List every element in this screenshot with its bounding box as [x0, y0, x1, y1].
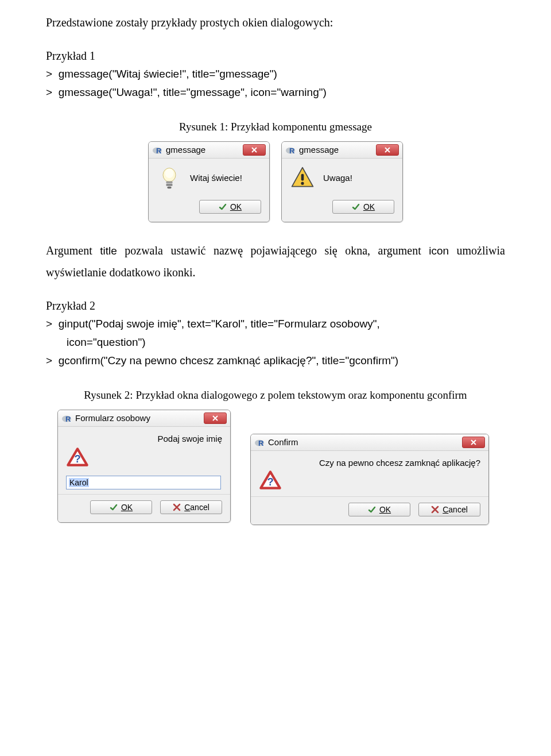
figure2: R Formularz osobowy Podaj swoje imię ? — [57, 410, 505, 525]
dialog-message: Witaj świecie! — [190, 173, 242, 183]
r-app-icon: R — [61, 413, 72, 423]
ok-check-icon — [352, 203, 360, 211]
lightbulb-icon — [157, 165, 182, 191]
svg-text:?: ? — [74, 452, 80, 464]
ok-button[interactable]: OK — [332, 200, 394, 214]
dialog-button-row: OK — [149, 194, 269, 222]
svg-text:R: R — [258, 439, 264, 448]
ok-button[interactable]: OK — [199, 200, 261, 214]
ok-check-icon — [110, 503, 118, 511]
ok-label: OK — [379, 505, 391, 514]
titlebar: R gmessage — [149, 142, 269, 159]
dialog-gmessage-warning: R gmessage Uwaga! — [281, 141, 403, 222]
code2-line1: > ginput("Podaj swoje imię", text="Karol… — [46, 315, 505, 333]
svg-text:R: R — [65, 415, 71, 423]
ok-label: OK — [230, 202, 242, 211]
cancel-button[interactable]: Cancel — [418, 503, 480, 516]
dialog-title: gmessage — [166, 145, 239, 155]
paragraph-title-icon: Argument title pozwala ustawić nazwę poj… — [46, 240, 505, 283]
dialog-body: Podaj swoje imię — [58, 427, 230, 447]
question-icon: ? — [66, 447, 89, 470]
dialog-gmessage-info: R gmessage Witaj świecie! — [148, 141, 270, 222]
intro-paragraph: Przedstawione zostały przykłady prostych… — [46, 11, 505, 33]
dialog-button-row: OK Cancel — [251, 497, 488, 524]
dialog-button-row: OK — [282, 194, 402, 222]
question-icon: ? — [259, 470, 282, 493]
close-button[interactable] — [462, 437, 485, 448]
svg-rect-6 — [167, 186, 171, 188]
svg-rect-5 — [166, 184, 173, 186]
svg-point-10 — [301, 182, 304, 184]
dialog-input-row: Karol — [58, 473, 230, 494]
example1-label: Przykład 1 — [46, 49, 505, 63]
dialog-message: Podaj swoje imię — [66, 434, 222, 443]
name-input[interactable]: Karol — [66, 476, 221, 489]
dialog-icon-row: ? — [58, 447, 230, 473]
code2-line3: > gconfirm("Czy na pewno chcesz zamknąć … — [46, 352, 505, 370]
close-button[interactable] — [243, 144, 266, 156]
ok-check-icon — [219, 203, 227, 211]
code1-line2: > gmessage("Uwaga!", title="gmessage", i… — [46, 83, 505, 102]
warning-icon — [290, 165, 315, 191]
txt: pozwala ustawić nazwę pojawiającego się … — [117, 244, 429, 257]
close-button[interactable] — [376, 144, 399, 156]
dialog-gconfirm: R Confirm Czy na pewno chcesz zamknąć ap… — [250, 434, 489, 525]
svg-text:R: R — [156, 146, 162, 155]
svg-text:R: R — [289, 146, 295, 155]
ok-check-icon — [368, 506, 376, 514]
txt: Argument — [46, 244, 100, 257]
input-value: Karol — [69, 478, 89, 487]
titlebar: R Confirm — [251, 434, 488, 451]
titlebar: R gmessage — [282, 142, 402, 159]
dialog-ginput: R Formularz osobowy Podaj swoje imię ? — [57, 410, 231, 523]
r-app-icon: R — [285, 145, 296, 155]
ok-label: OK — [121, 503, 133, 512]
dialog-message: Czy na pewno chcesz zamknąć aplikację? — [259, 458, 480, 468]
dialog-body: Uwaga! — [282, 159, 402, 194]
dialog-title: Formularz osobowy — [75, 413, 200, 423]
figure1-caption: Rysunek 1: Przykład komponentu gmessage — [46, 121, 505, 133]
svg-point-3 — [165, 168, 174, 178]
svg-rect-4 — [166, 181, 173, 183]
cancel-x-icon — [431, 506, 439, 514]
svg-text:?: ? — [267, 475, 273, 487]
figure2-caption: Rysunek 2: Przykład okna dialogowego z p… — [57, 389, 494, 402]
dialog-icon-row: ? — [251, 468, 488, 496]
dialog-title: gmessage — [299, 145, 372, 155]
titlebar: R Formularz osobowy — [58, 410, 230, 427]
cancel-button[interactable]: Cancel — [160, 500, 222, 514]
ok-button[interactable]: OK — [90, 500, 152, 514]
code-icon: icon — [429, 245, 449, 257]
dialog-body: Czy na pewno chcesz zamknąć aplikację? — [251, 451, 488, 468]
code2-line2: icon="question") — [46, 333, 505, 352]
close-button[interactable] — [204, 412, 227, 424]
figure1: R gmessage Witaj świecie! — [46, 141, 505, 222]
ok-button[interactable]: OK — [348, 503, 410, 516]
cancel-x-icon — [173, 503, 181, 511]
ok-label: OK — [363, 202, 375, 211]
cancel-label: Cancel — [443, 505, 468, 514]
dialog-title: Confirm — [268, 437, 459, 447]
code-title: title — [100, 245, 117, 257]
r-app-icon: R — [152, 145, 162, 155]
dialog-message: Uwaga! — [323, 173, 352, 183]
svg-rect-9 — [301, 173, 304, 180]
dialog-button-row: OK Cancel — [58, 495, 230, 522]
r-app-icon: R — [254, 437, 265, 448]
example2-label: Przykład 2 — [46, 299, 505, 313]
dialog-body: Witaj świecie! — [149, 159, 269, 194]
cancel-label: Cancel — [184, 503, 209, 512]
code1-line1: > gmessage("Witaj świecie!", title="gmes… — [46, 65, 505, 83]
